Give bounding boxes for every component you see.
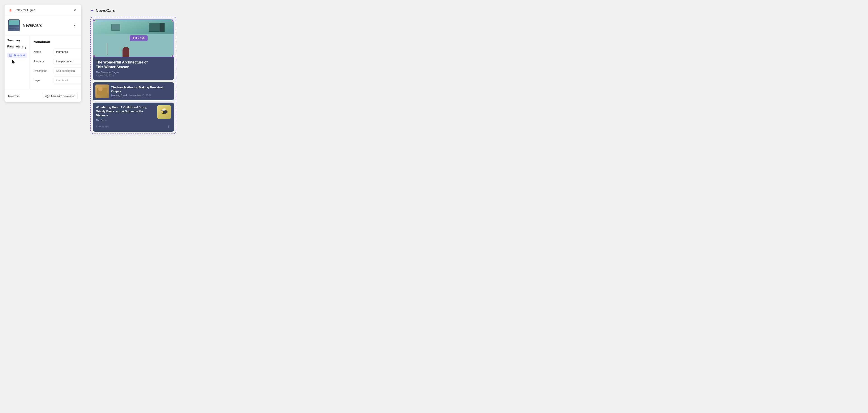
- app-title-area: Relay for Figma: [8, 8, 35, 12]
- svg-line-12: [46, 96, 47, 96]
- card-story-source: The Bees: [96, 119, 155, 122]
- card-featured-date: August 25, 2021: [96, 74, 171, 77]
- lamp-post: [107, 43, 107, 55]
- card-story-footer: 4 hours ago ⋮: [96, 124, 171, 129]
- card-story-inner: Wondering Hour: A Childhood Story, Grizz…: [96, 105, 171, 122]
- card-featured-image: Fill × 158: [93, 19, 174, 57]
- description-input[interactable]: [54, 68, 81, 74]
- card-story-title: Wondering Hour: A Childhood Story, Grizz…: [96, 105, 155, 118]
- property-select[interactable]: image-content text-content boolean: [54, 58, 81, 65]
- component-name-area: NewsCard: [23, 23, 69, 28]
- cursor-arrow: [11, 59, 16, 66]
- selection-handle-tr: [172, 19, 174, 22]
- svg-point-9: [47, 95, 48, 96]
- share-label: Share with developer: [49, 95, 75, 98]
- relay-icon: [8, 8, 13, 12]
- parameters-title: Parameters: [7, 45, 23, 48]
- name-label: Name: [34, 51, 52, 54]
- component-header: NewsCard ⋮: [4, 16, 81, 35]
- card-crepes-info: The New Method to Making Breakfast Crepe…: [111, 86, 171, 97]
- diamond-icon: ✦: [90, 8, 94, 13]
- property-row: Property image-content text-content bool…: [34, 58, 81, 65]
- card-crepes-source: Morning Break: [111, 94, 127, 97]
- app-title-text: Relay for Figma: [14, 8, 35, 12]
- summary-section-title: Summary: [7, 39, 27, 42]
- card-story: Wondering Hour: A Childhood Story, Grizz…: [93, 102, 174, 132]
- card-crepes: The New Method to Making Breakfast Crepe…: [93, 82, 174, 100]
- property-select-wrapper: image-content text-content boolean ▾: [54, 58, 81, 65]
- svg-point-10: [45, 96, 46, 97]
- description-row: Description: [34, 68, 81, 74]
- right-title: NewsCard: [96, 8, 116, 13]
- left-panel: Relay for Figma × NewsCard ⋮ Summary Par…: [4, 4, 81, 102]
- name-input[interactable]: [54, 49, 81, 55]
- fill-badge: Fill × 158: [130, 35, 148, 41]
- bee-stripe: [161, 111, 163, 113]
- window-left: [111, 24, 120, 31]
- card-crepes-meta: Morning Break November 10, 2021: [111, 94, 171, 97]
- crepe-illustration: [95, 85, 109, 98]
- close-button[interactable]: ×: [72, 7, 78, 13]
- selection-handle-br: [172, 55, 174, 57]
- card-story-menu-button[interactable]: ⋮: [166, 124, 171, 129]
- parameter-label: thumbnail: [13, 54, 25, 57]
- selection-handle-bl: [93, 55, 95, 57]
- parameter-icon: [9, 54, 12, 57]
- description-label: Description: [34, 69, 52, 72]
- card-featured-title: The Wonderful Architecture ofThis Winter…: [96, 60, 171, 70]
- name-row: Name: [34, 49, 81, 55]
- card-story-image: [157, 105, 171, 119]
- panel-footer: No errors Share with developer: [4, 90, 81, 102]
- svg-point-2: [10, 55, 10, 55]
- selection-handle-tl: [93, 19, 95, 22]
- shutter: [160, 23, 164, 32]
- card-crepes-title: The New Method to Making Breakfast Crepe…: [111, 86, 171, 93]
- panel-body: Summary Parameters + thumbnail: [4, 35, 81, 90]
- property-label: Property: [34, 60, 52, 63]
- app-header: Relay for Figma ×: [4, 4, 81, 16]
- card-crepes-date: November 10, 2021: [129, 94, 151, 97]
- parameters-header: Parameters +: [7, 45, 27, 51]
- more-options-button[interactable]: ⋮: [71, 22, 78, 29]
- bee-illustration: [157, 105, 171, 119]
- component-thumbnail: [8, 20, 20, 31]
- detail-title: thumbnail: [34, 40, 50, 44]
- card-story-time: 4 hours ago: [96, 125, 109, 128]
- right-header: ✦ NewsCard: [90, 8, 860, 13]
- layer-label: Layer: [34, 79, 52, 82]
- add-parameter-button[interactable]: +: [24, 46, 27, 50]
- layer-value-area: thumbnail: [54, 77, 81, 84]
- window-right: [149, 23, 160, 32]
- component-name: NewsCard: [23, 23, 69, 28]
- svg-line-13: [46, 96, 47, 97]
- detail-header: thumbnail: [34, 39, 81, 45]
- card-crepes-image: [95, 85, 109, 98]
- panel-sidebar: Summary Parameters + thumbnail: [4, 35, 30, 90]
- share-with-developer-button[interactable]: Share with developer: [42, 93, 78, 99]
- no-errors-label: No errors: [8, 95, 20, 98]
- card-featured: Fill × 158 The Wonderful Architecture of…: [93, 19, 174, 80]
- card-featured-content: The Wonderful Architecture ofThis Winter…: [93, 57, 174, 80]
- newscard-container: Fill × 158 The Wonderful Architecture of…: [90, 17, 176, 134]
- layer-row: Layer thumbnail: [34, 77, 81, 84]
- parameter-item-thumbnail[interactable]: thumbnail: [7, 53, 27, 58]
- svg-rect-1: [9, 54, 12, 57]
- layer-value: thumbnail: [54, 77, 81, 84]
- svg-point-11: [47, 97, 48, 98]
- right-area: ✦ NewsCard Fill × 158: [87, 4, 864, 137]
- panel-detail: thumbnail Name Property image-content: [30, 35, 81, 90]
- arch-door: [123, 47, 129, 57]
- card-featured-source: The Seasonal Sagas: [96, 71, 171, 74]
- card-story-text: Wondering Hour: A Childhood Story, Grizz…: [96, 105, 155, 122]
- share-icon: [45, 95, 48, 98]
